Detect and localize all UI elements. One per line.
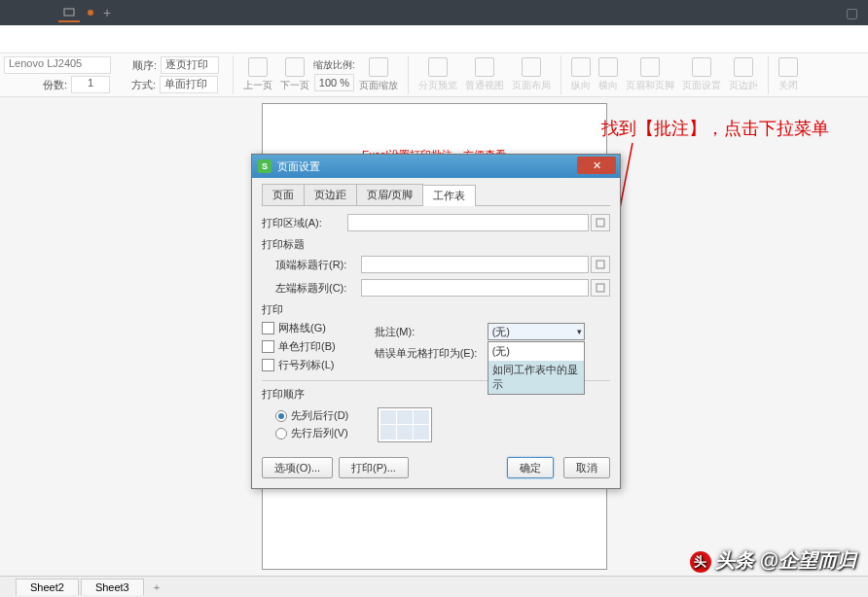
print-area-picker-button[interactable] (591, 214, 610, 231)
watermark-icon: 头 (690, 551, 711, 573)
tab-page[interactable]: 页面 (262, 184, 305, 205)
margins-button[interactable]: 页边距 (725, 57, 762, 92)
comments-dropdown[interactable]: (无) ▾ (无) 如同工作表中的显示 (488, 323, 585, 340)
cancel-button[interactable]: 取消 (563, 457, 610, 478)
svg-rect-4 (597, 284, 604, 292)
comments-label: 批注(M): (375, 325, 482, 339)
app-icon: S (258, 159, 271, 173)
mode-label: 方式: (131, 78, 156, 92)
print-area-label: 打印区域(A): (262, 216, 347, 230)
print-area-input[interactable] (347, 214, 589, 231)
sheet-tab-bar: Sheet2 Sheet3 + (0, 576, 868, 597)
title-col-picker-button[interactable] (591, 279, 610, 297)
zoom-value[interactable]: 100 % (314, 74, 354, 91)
portrait-button[interactable]: 纵向 (567, 57, 595, 92)
ribbon-toolbar: Lenovo LJ2405 顺序: 逐页打印 份数: 1 方式: 单面打印 上一… (0, 53, 868, 97)
page-break-preview-button[interactable]: 分页预览 (415, 57, 461, 92)
dialog-tabs: 页面 页边距 页眉/页脚 工作表 (262, 184, 610, 206)
print-section-label: 打印 (262, 302, 610, 317)
normal-view-button[interactable]: 普通视图 (461, 57, 508, 92)
order-radio-down-over[interactable] (275, 410, 287, 422)
dialog-titlebar[interactable]: S 页面设置 ✕ (252, 155, 620, 178)
mode-select[interactable]: 单面打印 (160, 76, 218, 93)
title-col-label: 左端标题列(C): (275, 281, 361, 296)
order-opt2-label: 先行后列(V) (291, 426, 348, 440)
comments-option-as-displayed[interactable]: 如同工作表中的显示 (488, 361, 584, 394)
page-setup-button[interactable]: 页面设置 (678, 57, 725, 92)
order-preview-icon (378, 407, 432, 442)
chevron-down-icon: ▾ (577, 327, 582, 336)
tab-margins[interactable]: 页边距 (304, 184, 357, 205)
mono-checkbox[interactable] (262, 340, 274, 353)
next-page-button[interactable]: 下一页 (276, 57, 313, 92)
title-row-picker-button[interactable] (591, 256, 610, 273)
print-button[interactable]: 打印(P)... (339, 457, 409, 478)
sheet-tab-3[interactable]: Sheet3 (81, 579, 144, 595)
app-tab-home[interactable] (58, 3, 80, 22)
new-tab-button[interactable]: + (103, 5, 111, 20)
add-sheet-button[interactable]: + (146, 579, 167, 595)
tab-header-footer[interactable]: 页眉/页脚 (356, 184, 423, 205)
printer-select[interactable]: Lenovo LJ2405 (4, 56, 111, 74)
comments-option-none[interactable]: (无) (488, 342, 584, 361)
sheet-tab-2[interactable]: Sheet2 (16, 579, 79, 595)
prev-page-button[interactable]: 上一页 (239, 57, 276, 92)
rowcol-label: 行号列标(L) (278, 358, 334, 372)
order-radio-over-down[interactable] (275, 428, 287, 439)
title-row-label: 顶端标题行(R): (275, 258, 361, 272)
rowcol-checkbox[interactable] (262, 359, 274, 371)
comments-dropdown-list: (无) 如同工作表中的显示 (488, 341, 585, 395)
watermark-text: 头头条 @企望而归 (690, 547, 856, 574)
ok-button[interactable]: 确定 (507, 457, 554, 478)
page-zoom-button[interactable]: 页面缩放 (355, 57, 402, 92)
copies-input[interactable]: 1 (71, 76, 110, 93)
dialog-close-button[interactable]: ✕ (577, 157, 616, 174)
page-setup-dialog: S 页面设置 ✕ 页面 页边距 页眉/页脚 工作表 打印区域(A): 打印标题 … (251, 154, 621, 489)
comments-value: (无) (492, 325, 510, 339)
title-row-input[interactable] (361, 256, 589, 273)
zoom-label: 缩放比例: (313, 58, 355, 72)
order-select[interactable]: 逐页打印 (161, 56, 219, 74)
active-indicator-dot (88, 10, 93, 16)
print-titles-label: 打印标题 (262, 237, 610, 252)
order-label: 顺序: (132, 58, 157, 73)
svg-rect-3 (597, 261, 604, 268)
window-control-icon[interactable]: ▢ (846, 5, 858, 20)
options-button[interactable]: 选项(O)... (262, 457, 333, 478)
gridlines-label: 网格线(G) (278, 321, 326, 335)
page-layout-button[interactable]: 页面布局 (508, 57, 555, 92)
copies-label: 份数: (43, 78, 67, 92)
landscape-button[interactable]: 横向 (595, 57, 622, 92)
errors-label: 错误单元格打印为(E): (375, 346, 482, 361)
svg-rect-0 (64, 9, 74, 16)
header-footer-button[interactable]: 页眉和页脚 (622, 57, 678, 92)
svg-rect-2 (597, 219, 604, 227)
mono-label: 单色打印(B) (278, 339, 336, 354)
order-opt1-label: 先列后行(D) (291, 408, 348, 423)
dialog-title-text: 页面设置 (277, 159, 320, 174)
close-button[interactable]: 关闭 (775, 57, 802, 92)
instruction-annotation: 找到【批注】，点击下拉菜单 (601, 117, 829, 140)
title-col-input[interactable] (361, 279, 589, 297)
tab-sheet[interactable]: 工作表 (422, 185, 476, 206)
gridlines-checkbox[interactable] (262, 322, 274, 334)
